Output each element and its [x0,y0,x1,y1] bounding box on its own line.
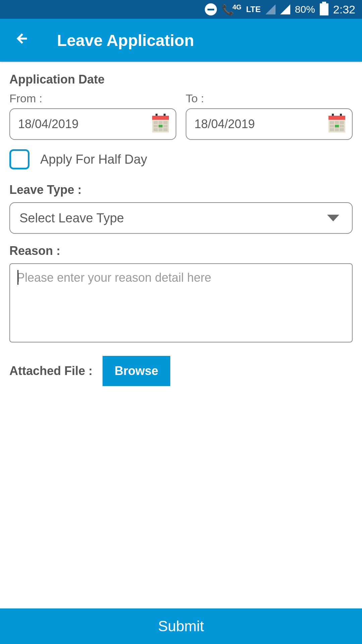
form-content: Application Date From : 18/04/2019 [0,62,362,608]
calendar-icon [152,116,169,132]
calendar-icon [328,116,345,132]
chevron-down-icon [327,215,339,221]
date-range-row: From : 18/04/2019 To : 18/04/2 [9,92,353,140]
battery-icon [320,3,328,15]
to-date-column: To : 18/04/2019 [186,92,353,140]
dnd-icon [205,3,217,15]
from-label: From : [9,92,176,105]
half-day-row: Apply For Half Day [9,149,353,169]
submit-text: Submit [158,618,204,635]
status-bar: 📞 4G LTE 80% 2:32 [0,0,362,19]
leave-type-placeholder: Select Leave Type [19,211,124,225]
submit-button[interactable]: Submit [0,608,362,644]
reason-textarea[interactable]: Please enter your reason detail here [9,263,353,342]
signal-icon-1 [265,4,276,14]
lte-indicator: LTE [246,5,261,14]
to-date-value: 18/04/2019 [194,117,255,131]
attached-file-label: Attached File : [9,364,93,378]
text-cursor [17,270,18,285]
to-label: To : [186,92,353,105]
battery-percent: 80% [295,4,315,15]
half-day-label: Apply For Half Day [40,152,147,167]
reason-label: Reason : [9,244,353,258]
phone-status-icon: 📞 4G [222,4,242,15]
back-button[interactable] [15,31,30,50]
signal-icon-2 [280,4,290,14]
status-time: 2:32 [333,3,355,16]
network-4g: 4G [233,3,242,11]
attach-file-row: Attached File : Browse [9,356,353,386]
browse-button[interactable]: Browse [103,356,170,386]
from-date-value: 18/04/2019 [18,117,78,131]
application-date-label: Application Date [9,72,353,87]
from-date-column: From : 18/04/2019 [9,92,176,140]
leave-type-select[interactable]: Select Leave Type [9,202,353,234]
reason-placeholder: Please enter your reason detail here [17,271,211,284]
from-date-input[interactable]: 18/04/2019 [9,108,176,140]
app-bar: Leave Application [0,19,362,62]
to-date-input[interactable]: 18/04/2019 [186,108,353,140]
leave-type-label: Leave Type : [9,183,353,197]
page-title: Leave Application [57,31,194,50]
half-day-checkbox[interactable] [9,149,29,169]
